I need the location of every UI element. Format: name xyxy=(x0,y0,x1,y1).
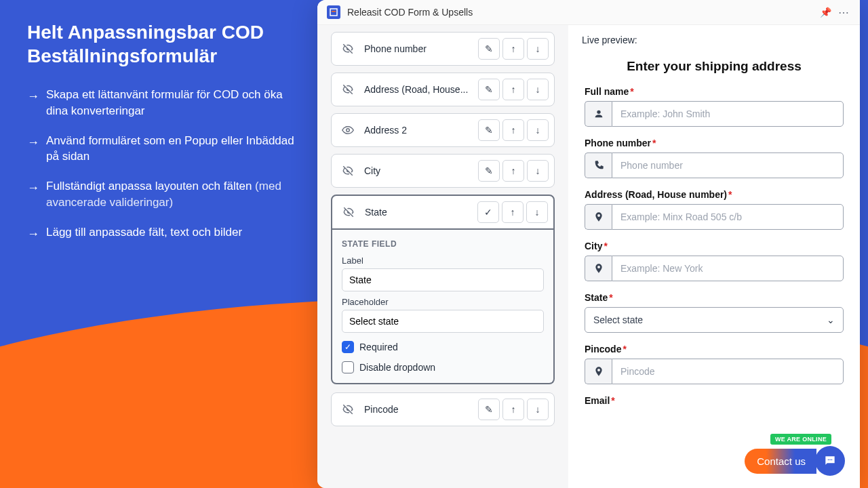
field-row-address[interactable]: Address (Road, House... ✎ ↑ ↓ xyxy=(331,73,555,106)
feature-item: → Lägg till anpassade fält, text och bil… xyxy=(27,224,298,243)
edit-button[interactable]: ✎ xyxy=(478,399,500,420)
field-row-pincode[interactable]: Pincode ✎ ↑ ↓ xyxy=(331,392,555,426)
chat-bubble-icon[interactable] xyxy=(815,446,845,476)
preview-heading: Enter your shipping address xyxy=(585,59,844,74)
form-builder-panel: Phone number ✎ ↑ ↓ Address (Road, House.… xyxy=(317,25,568,488)
move-up-button[interactable]: ↑ xyxy=(502,38,524,60)
move-up-button[interactable]: ↑ xyxy=(502,201,524,223)
svg-point-3 xyxy=(597,110,600,114)
email-label: Email* xyxy=(585,395,844,406)
live-preview-panel: Live preview: Enter your shipping addres… xyxy=(568,25,860,488)
chevron-down-icon: ⌄ xyxy=(827,314,835,325)
phone-label: Phone number* xyxy=(585,138,844,148)
field-row-state[interactable]: State ✓ ↑ ↓ xyxy=(331,195,555,230)
person-icon xyxy=(585,101,612,127)
label-caption: Label xyxy=(342,256,544,266)
visibility-hidden-icon[interactable] xyxy=(337,79,359,100)
feature-item: → Skapa ett lättanvänt formulär för COD … xyxy=(27,87,298,119)
app-title: Releasit COD Form & Upsells xyxy=(347,7,813,18)
app-logo-icon xyxy=(327,5,340,19)
move-up-button[interactable]: ↑ xyxy=(502,119,524,141)
more-menu-icon[interactable]: ⋯ xyxy=(838,6,850,19)
city-input[interactable] xyxy=(612,256,844,281)
visibility-hidden-icon[interactable] xyxy=(337,38,359,60)
address-input[interactable] xyxy=(612,204,844,230)
move-down-button[interactable]: ↓ xyxy=(527,160,549,182)
preview-title: Live preview: xyxy=(582,35,846,45)
arrow-right-icon: → xyxy=(27,88,39,105)
field-row-city[interactable]: City ✎ ↑ ↓ xyxy=(331,154,555,188)
marketing-panel: Helt Anpassningsbar COD Beställningsform… xyxy=(27,20,298,256)
feature-item: → Använd formuläret som en Popup eller I… xyxy=(27,133,298,165)
move-down-button[interactable]: ↓ xyxy=(527,38,549,60)
placeholder-caption: Placeholder xyxy=(342,297,544,307)
contact-pill[interactable]: Contact us xyxy=(745,449,816,474)
edit-button[interactable]: ✎ xyxy=(478,119,500,141)
label-input[interactable] xyxy=(342,268,544,291)
fullname-input[interactable] xyxy=(612,101,844,127)
edit-button[interactable]: ✎ xyxy=(478,160,500,182)
pin-icon[interactable]: 📌 xyxy=(820,7,831,18)
location-icon xyxy=(585,359,612,384)
feature-item: → Fullständigt anpassa layouten och fält… xyxy=(27,178,298,211)
edit-button[interactable]: ✎ xyxy=(478,79,500,100)
pincode-input[interactable] xyxy=(612,359,844,384)
visibility-hidden-icon[interactable] xyxy=(337,160,359,182)
move-down-button[interactable]: ↓ xyxy=(527,399,549,420)
svg-point-5 xyxy=(829,460,831,461)
arrow-right-icon: → xyxy=(27,226,39,243)
svg-point-6 xyxy=(831,460,833,461)
visibility-visible-icon[interactable] xyxy=(337,119,359,141)
disable-dropdown-label: Disable dropdown xyxy=(359,362,435,373)
field-row-phone[interactable]: Phone number ✎ ↑ ↓ xyxy=(331,32,555,66)
app-header: Releasit COD Form & Upsells 📌 ⋯ xyxy=(317,0,860,25)
edit-button[interactable]: ✎ xyxy=(478,38,500,60)
marketing-headline: Helt Anpassningsbar COD Beställningsform… xyxy=(27,20,298,68)
phone-icon xyxy=(585,152,612,178)
required-label: Required xyxy=(359,342,398,352)
move-up-button[interactable]: ↑ xyxy=(502,160,524,182)
online-badge: WE ARE ONLINE xyxy=(770,434,831,445)
fullname-label: Full name* xyxy=(585,86,844,97)
move-down-button[interactable]: ↓ xyxy=(526,201,548,223)
visibility-hidden-icon[interactable] xyxy=(338,201,359,223)
move-up-button[interactable]: ↑ xyxy=(502,399,524,420)
svg-rect-1 xyxy=(332,11,336,12)
confirm-button[interactable]: ✓ xyxy=(477,201,499,223)
location-icon xyxy=(585,256,612,281)
pincode-label: Pincode* xyxy=(585,344,844,354)
arrow-right-icon: → xyxy=(27,180,39,197)
state-select[interactable]: Select state ⌄ xyxy=(585,307,844,333)
move-down-button[interactable]: ↓ xyxy=(527,119,549,141)
move-down-button[interactable]: ↓ xyxy=(527,79,549,100)
address-label: Address (Road, House number)* xyxy=(585,189,844,200)
contact-widget[interactable]: WE ARE ONLINE Contact us xyxy=(745,446,845,476)
visibility-hidden-icon[interactable] xyxy=(337,399,359,420)
svg-point-4 xyxy=(828,460,829,461)
city-label: City* xyxy=(585,241,844,251)
svg-point-2 xyxy=(347,129,350,132)
app-window: Releasit COD Form & Upsells 📌 ⋯ Phone nu… xyxy=(317,0,860,488)
svg-rect-0 xyxy=(330,9,337,16)
state-label: State* xyxy=(585,292,844,303)
location-icon xyxy=(585,204,612,230)
details-section-title: STATE FIELD xyxy=(342,239,544,249)
preview-form: Enter your shipping address Full name* P… xyxy=(582,52,846,417)
field-row-address2[interactable]: Address 2 ✎ ↑ ↓ xyxy=(331,113,555,147)
field-details-panel: STATE FIELD Label Placeholder ✓ Required… xyxy=(331,230,555,384)
disable-dropdown-checkbox[interactable] xyxy=(342,361,354,373)
placeholder-input[interactable] xyxy=(342,310,544,333)
required-checkbox[interactable]: ✓ xyxy=(342,341,354,353)
phone-input[interactable] xyxy=(612,152,844,178)
arrow-right-icon: → xyxy=(27,134,39,151)
move-up-button[interactable]: ↑ xyxy=(502,79,524,100)
